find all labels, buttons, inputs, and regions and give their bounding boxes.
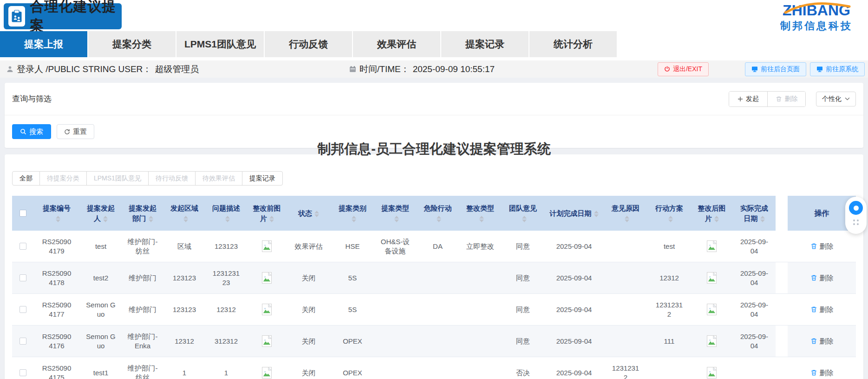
cell-danger: DA	[416, 231, 459, 262]
column-header-12[interactable]: 团队意见	[501, 196, 545, 231]
sort-caret-icon[interactable]	[183, 216, 188, 222]
delete-row-button[interactable]: 删除	[810, 273, 834, 283]
launch-button[interactable]: 发起	[729, 92, 767, 106]
sort-caret-icon[interactable]	[269, 216, 274, 222]
personalize-button[interactable]: 个性化	[816, 92, 856, 106]
sort-caret-icon[interactable]	[479, 216, 484, 222]
column-label: 危险行动	[424, 204, 452, 212]
nav-tab-5[interactable]: 效果评估	[353, 31, 441, 57]
row-checkbox[interactable]	[20, 274, 26, 281]
nav-tab-1[interactable]: 提案上报	[0, 31, 88, 57]
cell-value: 同意	[506, 305, 540, 314]
sort-caret-icon[interactable]	[760, 216, 765, 222]
page-title: 制邦信息-员工合理化建议提案管理系统	[0, 140, 868, 159]
sort-caret-icon[interactable]	[625, 216, 629, 222]
sort-caret-icon[interactable]	[103, 216, 108, 222]
cell-value: test2	[85, 273, 117, 283]
delete-label: 删除	[820, 337, 834, 346]
trash-icon	[810, 338, 817, 345]
column-header-15[interactable]: 行动方案	[648, 196, 691, 231]
column-header-1[interactable]: 提案编号	[33, 196, 80, 231]
column-header-4[interactable]: 发起区域	[163, 196, 205, 231]
action-column-label: 操作	[792, 208, 851, 219]
sort-caret-icon[interactable]	[394, 216, 399, 222]
launch-delete-button-group: 发起 删除	[729, 91, 806, 107]
cell-value: 2025-09-04	[549, 305, 599, 314]
column-header-6[interactable]: 整改前图片	[247, 196, 287, 231]
sort-caret-icon[interactable]	[225, 216, 230, 222]
row-checkbox[interactable]	[20, 306, 26, 313]
column-header-9[interactable]: 提案类型	[374, 196, 416, 231]
status-filter-6[interactable]: 提案记录	[242, 171, 283, 186]
trash-icon	[810, 243, 817, 250]
go-backend-button[interactable]: 前往后台页面	[745, 62, 806, 76]
delete-row-button[interactable]: 删除	[810, 242, 834, 251]
column-header-14[interactable]: 意见原因	[603, 196, 648, 231]
sort-caret-icon[interactable]	[56, 216, 60, 222]
sort-caret-icon[interactable]	[352, 216, 356, 222]
trash-icon	[776, 96, 782, 102]
nav-tab-2[interactable]: 提案分类	[88, 31, 176, 57]
drag-handle-dots-icon[interactable]	[853, 219, 859, 225]
row-checkbox[interactable]	[20, 369, 26, 376]
column-header-10[interactable]: 危险行动	[416, 196, 459, 231]
nav-tab-4[interactable]: 行动反馈	[265, 31, 353, 57]
query-filter-card: 查询与筛选 发起 删除 个性化 搜索 重	[5, 83, 863, 148]
delete-row-button[interactable]: 删除	[810, 337, 834, 346]
scrollbar-gap	[776, 357, 788, 379]
sort-caret-icon[interactable]	[314, 211, 319, 217]
image-thumbnail-icon	[262, 335, 272, 347]
cell-value: 维护部门-纺丝	[126, 364, 159, 379]
sort-caret-icon[interactable]	[149, 216, 153, 222]
column-header-7[interactable]: 状态	[287, 196, 331, 231]
cell-category: 5S	[331, 294, 374, 325]
column-header-2[interactable]: 提案发起人	[80, 196, 122, 231]
row-checkbox[interactable]	[20, 338, 26, 345]
nav-tab-3[interactable]: LPMS1团队意见	[176, 31, 265, 57]
sort-caret-icon[interactable]	[437, 216, 441, 222]
go-origin-system-button[interactable]: 前往原系统	[810, 62, 865, 76]
cell-plan_date: 2025-09-04	[545, 231, 603, 262]
cell-desc: 123123123	[205, 262, 247, 293]
column-header-17[interactable]: 实际完成日期	[733, 196, 776, 231]
cell-actions: 删除	[788, 262, 856, 293]
column-header-11[interactable]: 整改类型	[459, 196, 501, 231]
cell-danger	[416, 262, 459, 293]
reset-button[interactable]: 重置	[57, 124, 94, 139]
cell-value: 12312312	[655, 300, 683, 319]
cell-category: HSE	[331, 231, 374, 262]
login-user-value: 超级管理员	[155, 63, 199, 75]
column-header-3[interactable]: 提案发起部门	[122, 196, 163, 231]
sort-caret-icon[interactable]	[714, 216, 719, 222]
sort-caret-icon[interactable]	[668, 216, 673, 222]
sort-caret-icon[interactable]	[594, 211, 599, 217]
row-checkbox[interactable]	[20, 243, 26, 250]
floating-assistant-widget[interactable]	[845, 197, 867, 234]
status-filter-1[interactable]: 全部	[12, 171, 40, 186]
cell-value: 同意	[506, 273, 540, 283]
search-button[interactable]: 搜索	[12, 124, 51, 139]
cell-value: RS250904179	[42, 237, 72, 256]
delete-row-button[interactable]: 删除	[810, 368, 834, 378]
column-header-13[interactable]: 计划完成日期	[545, 196, 603, 231]
sort-caret-icon[interactable]	[522, 216, 527, 222]
time-info: 时间/TIME： 2025-09-09 10:55:17	[349, 60, 495, 78]
cell-reason: 12312312	[603, 357, 648, 379]
exit-button[interactable]: 退出/EXIT	[658, 62, 709, 76]
nav-tab-6[interactable]: 提案记录	[441, 31, 529, 57]
column-header-8[interactable]: 提案类别	[331, 196, 374, 231]
cell-opinion: 同意	[501, 231, 545, 262]
column-header-16[interactable]: 整改后图片	[691, 196, 733, 231]
cell-value: 1	[212, 368, 240, 378]
assistant-icon[interactable]	[849, 201, 863, 215]
cell-value: 5S	[335, 273, 370, 283]
cell-region: 区域	[163, 231, 205, 262]
delete-row-button[interactable]: 删除	[810, 305, 834, 314]
cell-plan_date: 2025-09-04	[545, 326, 603, 357]
cell-img_before	[247, 294, 287, 325]
nav-tab-7[interactable]: 统计分析	[529, 31, 618, 57]
column-header-5[interactable]: 问题描述	[205, 196, 247, 231]
select-all-checkbox[interactable]	[20, 210, 26, 217]
delete-button[interactable]: 删除	[767, 92, 805, 106]
cell-value: Semon Guo	[85, 300, 117, 319]
